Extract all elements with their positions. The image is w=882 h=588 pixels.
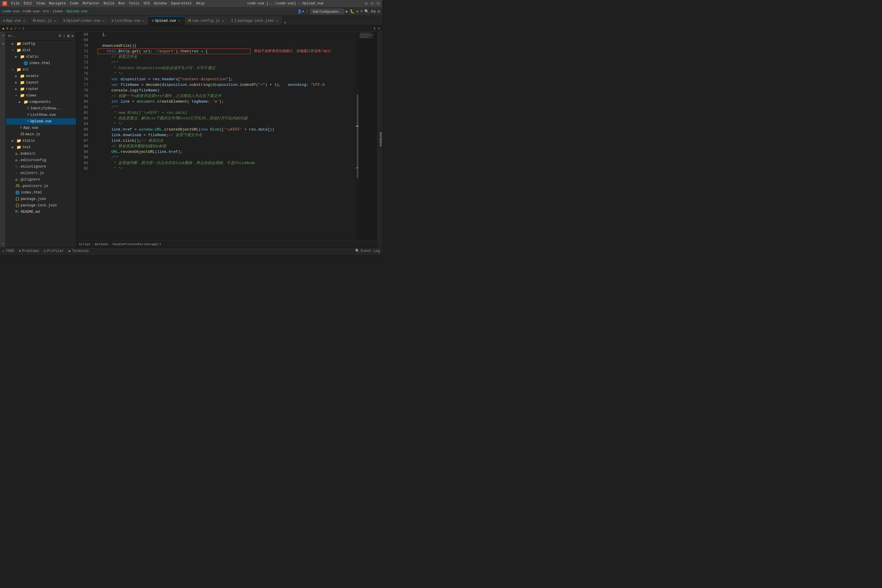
sidebar-item-eslintrc[interactable]: ○ .eslintrc.js: [6, 170, 76, 176]
sidebar-item-components[interactable]: ▶ 📁 components: [6, 99, 76, 105]
sidebar-item-assets[interactable]: ▶ 📁 assets: [6, 73, 76, 80]
sidebar-item-package-lock-json[interactable]: {} package-lock.json: [6, 202, 76, 209]
sidebar-item-gitignore[interactable]: ⚙ .gitignore: [6, 176, 76, 183]
breadcrumb-views[interactable]: views: [52, 9, 63, 14]
code-line-85: link.href = window.URL.createObjectURL(n…: [98, 127, 356, 132]
menu-vcs[interactable]: VCS: [142, 1, 152, 6]
coverage-button[interactable]: ⊙: [356, 9, 358, 14]
sidebar-item-eslintignore[interactable]: ○ .eslintignore: [6, 164, 76, 170]
menu-run[interactable]: Run: [116, 1, 126, 6]
sidebar-item-listshow[interactable]: ▶ V ListShow.vue: [6, 112, 76, 118]
tab-event-log[interactable]: 🔍 Event Log: [355, 248, 380, 255]
run-button[interactable]: ▶: [346, 9, 348, 14]
tab-listshow[interactable]: V ListShow.vue ✕: [109, 16, 149, 25]
close-icon[interactable]: ✕: [221, 19, 225, 23]
search-button[interactable]: 🔍: [364, 9, 369, 14]
tab-profiler[interactable]: ◎ Profiler: [44, 248, 64, 255]
close-sidebar-icon[interactable]: ✕: [72, 33, 74, 39]
sidebar-item-identifyshow[interactable]: ▶ V IdentifyShow...: [6, 105, 76, 112]
scroll-thumb[interactable]: [357, 94, 358, 178]
sidebar-item-app-vue[interactable]: ▶ V App.vue: [6, 124, 76, 131]
sidebar-item-index-html-dist[interactable]: ▶ 🌐 index.html: [6, 60, 76, 66]
profile-button[interactable]: ≡: [360, 9, 363, 14]
sidebar-item-editorconfig[interactable]: ⚙ .editorconfig: [6, 157, 76, 164]
close-icon[interactable]: ✕: [22, 19, 26, 23]
tab-vue-config[interactable]: JS vue.config.js ✕: [184, 16, 228, 25]
sidebar-item-static2[interactable]: ▶ 📁 static: [6, 138, 76, 144]
lint-nav-up[interactable]: ∧: [374, 27, 376, 30]
menu-code[interactable]: Code: [68, 1, 80, 6]
item-label: main.js: [25, 132, 40, 136]
code-editor[interactable]: 68 69 70 71 72 73 74 75 76 77 78 79 80 8…: [76, 32, 376, 241]
close-icon[interactable]: ✕: [53, 19, 57, 23]
tab-main-js[interactable]: JS main.js ✕: [29, 16, 60, 25]
item-label: .babelrc: [18, 152, 36, 156]
user-icon[interactable]: 👤▾: [297, 9, 304, 14]
tab-overflow[interactable]: ▾: [282, 20, 288, 25]
tab-upload-index[interactable]: V Upload\index.vue ✕: [60, 16, 109, 25]
add-configuration-button[interactable]: Add Configuration...: [310, 9, 344, 14]
sidebar-item-test[interactable]: ▶ 📁 test: [6, 144, 76, 150]
sidebar-item-config[interactable]: ▶ 📁 config: [6, 40, 76, 47]
menu-help[interactable]: Help: [194, 1, 206, 6]
tab-todo[interactable]: ☑ TODO: [2, 248, 14, 255]
sort-icon[interactable]: ↕: [63, 33, 65, 39]
menu-refactor[interactable]: Refactor: [81, 1, 101, 6]
collapse-icon[interactable]: ≡: [58, 33, 61, 39]
menu-tools[interactable]: Tools: [127, 1, 141, 6]
item-label: .postcssrc.js: [21, 184, 48, 188]
tab-package-lock[interactable]: { } package-lock.json ✕: [228, 16, 282, 25]
menu-window[interactable]: Window: [152, 1, 168, 6]
tab-terminal[interactable]: ▶ Terminal: [69, 248, 89, 255]
code-content[interactable]: 类似于这样请求后端接口，后端接口并没有/api/ }, downLoadFile…: [95, 32, 356, 241]
sidebar-item-views[interactable]: ▾ 📁 views: [6, 92, 76, 99]
sidebar-item-router[interactable]: ▶ 📁 router: [6, 86, 76, 92]
tab-problems[interactable]: ● Problems: [19, 248, 39, 255]
sidebar-item-package-json[interactable]: {} package.json: [6, 196, 76, 202]
breadcrumb-file[interactable]: Upload.vue: [66, 9, 88, 14]
tab-app-vue[interactable]: V App.vue ✕: [0, 16, 29, 25]
item-label: App.vue: [23, 126, 38, 130]
lint-nav-down[interactable]: ∨: [378, 27, 380, 30]
close-icon[interactable]: ✕: [101, 19, 105, 23]
project-icon[interactable]: P: [0, 33, 6, 38]
translate-icon[interactable]: Aa: [371, 9, 376, 14]
sidebar-item-static[interactable]: ▶ 📁 static: [6, 54, 76, 60]
sidebar-item-src[interactable]: ▾ 📁 src: [6, 66, 76, 73]
close-button[interactable]: [376, 2, 380, 5]
settings-icon[interactable]: ⚙: [67, 33, 69, 39]
structure-icon[interactable]: S: [0, 41, 6, 46]
maximize-button[interactable]: [370, 2, 374, 5]
menu-squaretest[interactable]: Squaretest: [169, 1, 194, 6]
sidebar-item-dist[interactable]: ▾ 📁 dist: [6, 47, 76, 54]
close-icon[interactable]: ✕: [141, 19, 146, 23]
close-icon[interactable]: ✕: [275, 19, 279, 23]
breadcrumb-root[interactable]: code-vue: [2, 9, 20, 14]
sidebar-item-main-js[interactable]: ▶ JS main.js: [6, 131, 76, 138]
minimize-button[interactable]: [364, 2, 368, 5]
favorites-icon[interactable]: ★: [0, 241, 6, 246]
sidebar-item-upload-vue[interactable]: ▶ V Upload.vue: [6, 118, 76, 124]
breadcrumb-script[interactable]: script: [79, 243, 90, 246]
menu-edit[interactable]: Edit: [22, 1, 34, 6]
vcs-icon[interactable]: ↕: [306, 9, 308, 14]
breadcrumb-project[interactable]: code-vue: [22, 9, 40, 14]
right-panel-database[interactable]: Database: [379, 132, 382, 146]
breadcrumb-methods[interactable]: methods: [94, 243, 108, 246]
menu-file[interactable]: File: [9, 1, 21, 6]
settings-icon[interactable]: ⚙: [378, 9, 380, 14]
sidebar-item-readme[interactable]: M↓ README.md: [6, 209, 76, 215]
menu-build[interactable]: Build: [102, 1, 116, 6]
debug-button[interactable]: 🐛: [350, 9, 355, 14]
tab-upload-vue[interactable]: V Upload.vue ✕: [149, 16, 184, 25]
sidebar-item-index-html[interactable]: 🌐 index.html: [6, 189, 76, 196]
close-icon[interactable]: ✕: [177, 19, 182, 23]
scrollbar[interactable]: [356, 32, 358, 241]
sidebar-item-babelrc[interactable]: ⚙ .babelrc: [6, 150, 76, 157]
sidebar-item-layout[interactable]: ▶ 📁 layout: [6, 80, 76, 86]
breadcrumb-method-name[interactable]: handleProcessPercentage(): [112, 243, 161, 246]
menu-navigate[interactable]: Navigate: [47, 1, 68, 6]
breadcrumb-src[interactable]: src: [43, 9, 50, 14]
menu-view[interactable]: View: [35, 1, 47, 6]
sidebar-item-postcssrc[interactable]: JS .postcssrc.js: [6, 183, 76, 189]
